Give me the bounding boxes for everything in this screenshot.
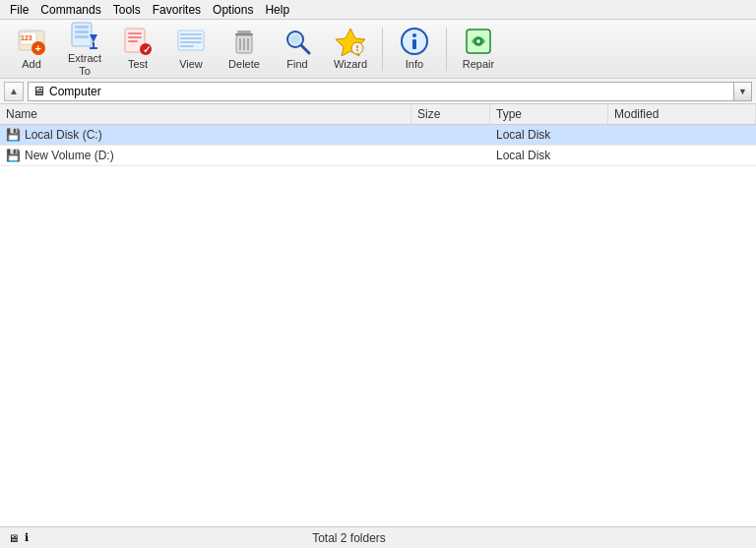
svg-rect-13 <box>128 32 142 34</box>
svg-rect-7 <box>75 30 89 33</box>
status-text: Total 2 folders <box>312 531 386 545</box>
svg-point-34 <box>356 49 358 51</box>
menu-commands[interactable]: Commands <box>34 1 106 19</box>
filelist-container: Name Size Type Modified 💾 Local Disk (C:… <box>0 104 756 526</box>
file-type: Local Disk <box>490 125 608 145</box>
svg-rect-14 <box>128 36 142 38</box>
find-button[interactable]: Find <box>272 24 323 75</box>
add-label: Add <box>22 58 41 70</box>
svg-line-31 <box>301 45 309 53</box>
wizard-button[interactable]: Wizard <box>325 24 376 75</box>
svg-point-36 <box>412 33 416 37</box>
filelist-header: Name Size Type Modified <box>0 104 756 125</box>
test-button[interactable]: ✓ Test <box>112 24 163 75</box>
test-icon: ✓ <box>122 27 154 56</box>
table-row[interactable]: 💾 New Volume (D:) Local Disk <box>0 146 756 166</box>
addressbar: ▲ 🖥 Computer ▼ <box>0 79 756 104</box>
menu-tools[interactable]: Tools <box>107 1 147 19</box>
info-icon <box>399 27 430 56</box>
menu-help[interactable]: Help <box>259 1 295 19</box>
info-label: Info <box>406 58 423 70</box>
view-button[interactable]: View <box>165 24 217 75</box>
svg-rect-21 <box>180 41 202 43</box>
drive-c-icon: 💾 <box>6 128 21 142</box>
delete-label: Delete <box>228 58 260 70</box>
computer-status-icon: 🖥 <box>8 532 19 544</box>
wizard-label: Wizard <box>334 58 367 70</box>
statusbar-left: 🖥 ℹ <box>8 531 29 544</box>
drive-d-icon: 💾 <box>6 149 21 162</box>
svg-text:+: + <box>35 42 41 54</box>
file-modified <box>608 125 756 145</box>
add-icon: 123 + <box>16 27 47 56</box>
column-header-size: Size <box>411 104 490 124</box>
svg-rect-37 <box>412 39 416 49</box>
toolbar: 123 + Add Extract To <box>0 20 756 79</box>
delete-icon <box>228 27 260 56</box>
svg-rect-23 <box>237 30 251 33</box>
file-name: 💾 New Volume (D:) <box>0 146 411 165</box>
menubar: File Commands Tools Favorites Options He… <box>0 0 756 20</box>
delete-button[interactable]: Delete <box>219 24 270 75</box>
up-button[interactable]: ▲ <box>4 82 24 101</box>
menu-options[interactable]: Options <box>207 1 259 19</box>
column-header-name: Name <box>0 104 411 124</box>
svg-rect-8 <box>75 35 89 38</box>
file-name: 💾 Local Disk (C:) <box>0 125 411 145</box>
computer-icon: 🖥 <box>32 84 45 98</box>
extract-to-icon <box>69 21 100 50</box>
menu-file[interactable]: File <box>4 1 34 19</box>
address-location: Computer <box>49 85 101 98</box>
svg-rect-15 <box>128 40 138 42</box>
address-input[interactable]: 🖥 Computer <box>28 82 734 101</box>
repair-button[interactable]: Repair <box>453 24 504 75</box>
svg-point-40 <box>476 39 480 43</box>
repair-icon <box>463 27 494 56</box>
svg-text:123: 123 <box>21 34 32 41</box>
view-icon <box>175 27 207 56</box>
column-header-modified: Modified <box>608 104 756 124</box>
svg-rect-22 <box>180 45 194 47</box>
column-header-type: Type <box>490 104 608 124</box>
svg-rect-19 <box>180 33 202 35</box>
find-icon <box>282 27 313 56</box>
file-modified <box>608 146 756 165</box>
statusbar: 🖥 ℹ Total 2 folders <box>0 526 756 548</box>
svg-rect-6 <box>75 26 89 29</box>
svg-point-30 <box>290 34 300 44</box>
address-dropdown-button[interactable]: ▼ <box>734 82 752 101</box>
svg-rect-20 <box>180 37 202 39</box>
add-button[interactable]: 123 + Add <box>6 24 57 75</box>
find-label: Find <box>286 58 307 70</box>
info-button[interactable]: Info <box>389 24 440 75</box>
svg-text:✓: ✓ <box>143 44 151 55</box>
repair-label: Repair <box>463 58 494 70</box>
file-size <box>411 125 490 145</box>
view-label: View <box>179 58 203 70</box>
menu-favorites[interactable]: Favorites <box>147 1 207 19</box>
file-size <box>411 146 490 165</box>
test-label: Test <box>128 58 148 70</box>
file-type: Local Disk <box>490 146 608 165</box>
info-status-icon: ℹ <box>25 531 29 544</box>
extract-to-button[interactable]: Extract To <box>59 24 110 75</box>
table-row[interactable]: 💾 Local Disk (C:) Local Disk <box>0 125 756 146</box>
toolbar-separator-2 <box>446 28 447 71</box>
wizard-icon <box>335 27 366 56</box>
toolbar-separator <box>382 28 383 71</box>
extract-to-label: Extract To <box>62 52 107 76</box>
